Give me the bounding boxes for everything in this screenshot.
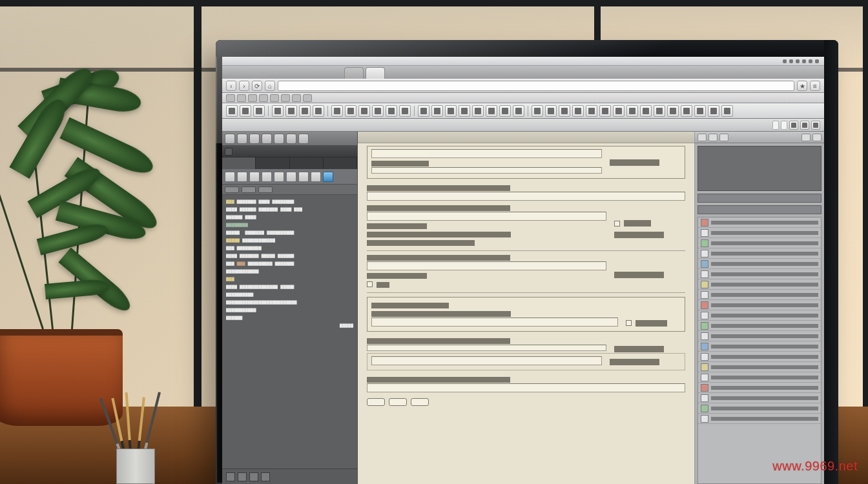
panel-chip[interactable]: [258, 187, 273, 193]
text-input[interactable]: [371, 356, 602, 365]
footer-swatch[interactable]: [249, 472, 258, 481]
bookmark-item[interactable]: [281, 94, 290, 102]
toolbar-label[interactable]: [772, 121, 779, 130]
panel-button[interactable]: [225, 134, 235, 144]
reload-button[interactable]: ⟳: [252, 81, 262, 91]
toolbar-button[interactable]: [708, 105, 719, 117]
home-button[interactable]: ⌂: [265, 81, 275, 91]
list-item[interactable]: [698, 279, 821, 290]
panel-tab[interactable]: [256, 157, 289, 169]
tray-icon[interactable]: [783, 59, 787, 63]
list-item[interactable]: [698, 414, 821, 424]
toolbar-button[interactable]: [272, 105, 284, 117]
bookmark-item[interactable]: [303, 94, 312, 102]
text-input[interactable]: [371, 149, 602, 158]
toolbar-button[interactable]: [418, 105, 429, 117]
toolbar-label[interactable]: [781, 121, 787, 130]
toolbar-button[interactable]: [640, 105, 652, 117]
list-item[interactable]: [698, 341, 821, 352]
toolbar-button[interactable]: [513, 105, 524, 117]
panel-button[interactable]: [274, 134, 284, 144]
list-item[interactable]: [698, 403, 821, 414]
form-button[interactable]: [389, 398, 407, 406]
toolbar-button[interactable]: [811, 121, 820, 130]
toolbar-button[interactable]: [499, 105, 511, 117]
toolbar-button[interactable]: [358, 105, 370, 117]
panel-tool-button[interactable]: [237, 172, 247, 182]
text-input[interactable]: [367, 212, 606, 221]
toolbar-button[interactable]: [331, 105, 343, 117]
panel-tab[interactable]: [324, 157, 357, 169]
list-item[interactable]: [698, 383, 821, 393]
list-item[interactable]: [698, 321, 821, 331]
bookmark-item[interactable]: [259, 94, 268, 102]
toolbar-button[interactable]: [313, 105, 324, 117]
right-panel-list[interactable]: [698, 217, 822, 484]
toolbar-button[interactable]: [372, 105, 384, 117]
toolbar-button[interactable]: [226, 105, 238, 117]
panel-tool-button[interactable]: [225, 172, 235, 182]
panel-button[interactable]: [249, 134, 260, 144]
panel-tool-button[interactable]: [249, 172, 260, 182]
bookmark-item[interactable]: [226, 94, 235, 102]
toolbar-button[interactable]: [472, 105, 484, 117]
toolbar-button[interactable]: [532, 105, 543, 117]
back-button[interactable]: ‹: [226, 81, 236, 91]
bookmark-item[interactable]: [248, 94, 257, 102]
tray-icon[interactable]: [802, 59, 806, 63]
panel-button[interactable]: [698, 134, 707, 141]
panel-tool-button[interactable]: [323, 172, 333, 182]
panel-tab[interactable]: [290, 157, 324, 169]
list-item[interactable]: [698, 362, 821, 372]
toolbar-button[interactable]: [800, 121, 809, 130]
bookmark-item[interactable]: [237, 94, 246, 102]
toolbar-button[interactable]: [253, 105, 265, 117]
bookmark-button[interactable]: ★: [797, 81, 807, 91]
toolbar-button[interactable]: [721, 105, 733, 117]
bookmark-item[interactable]: [292, 94, 301, 102]
panel-button[interactable]: [262, 134, 272, 144]
tray-icon[interactable]: [809, 59, 812, 63]
tray-icon[interactable]: [796, 59, 800, 63]
list-item[interactable]: [698, 331, 821, 341]
toolbar-button[interactable]: [626, 105, 638, 117]
toolbar-button[interactable]: [654, 105, 665, 117]
list-item[interactable]: [698, 393, 821, 403]
browser-tab[interactable]: [366, 67, 385, 79]
toolbar-button[interactable]: [386, 105, 397, 117]
list-item[interactable]: [698, 217, 821, 228]
footer-swatch[interactable]: [226, 472, 235, 481]
panel-chip[interactable]: [242, 187, 256, 193]
panel-button[interactable]: [812, 134, 822, 141]
toolbar-button[interactable]: [667, 105, 679, 117]
text-input[interactable]: [367, 383, 685, 392]
toolbar-button[interactable]: [240, 105, 251, 117]
checkbox[interactable]: [367, 281, 373, 287]
left-panel-code[interactable]: ▆▆▆ ▆▆▆▆▆▆▆ ▆▆▆▆ ▆▆▆▆▆▆▆▆ ▆▆▆▆ ▆▆▆▆▆▆ ▆▆…: [222, 195, 357, 469]
list-item[interactable]: [698, 372, 821, 383]
list-item[interactable]: [698, 248, 821, 259]
toolbar-button[interactable]: [789, 121, 798, 130]
toolbar-button[interactable]: [545, 105, 557, 117]
toolbar-button[interactable]: [694, 105, 706, 117]
panel-tool-button[interactable]: [298, 172, 309, 182]
panel-tool-button[interactable]: [262, 172, 272, 182]
panel-button[interactable]: [298, 134, 309, 144]
list-item[interactable]: [698, 352, 821, 362]
list-item[interactable]: [698, 228, 821, 238]
toolbar-button[interactable]: [586, 105, 597, 117]
toolbar-button[interactable]: [613, 105, 625, 117]
panel-button[interactable]: [237, 134, 247, 144]
footer-swatch[interactable]: [261, 472, 270, 481]
panel-tab[interactable]: [222, 157, 256, 169]
toolbar-button[interactable]: [299, 105, 311, 117]
list-item[interactable]: [698, 300, 821, 310]
checkbox[interactable]: [626, 320, 632, 326]
panel-tool-button[interactable]: [286, 172, 296, 182]
list-item[interactable]: [698, 238, 821, 248]
toolbar-button[interactable]: [285, 105, 297, 117]
toolbar-button[interactable]: [599, 105, 611, 117]
panel-button[interactable]: [719, 134, 728, 141]
text-input[interactable]: [367, 261, 606, 270]
form-button[interactable]: [367, 398, 385, 406]
